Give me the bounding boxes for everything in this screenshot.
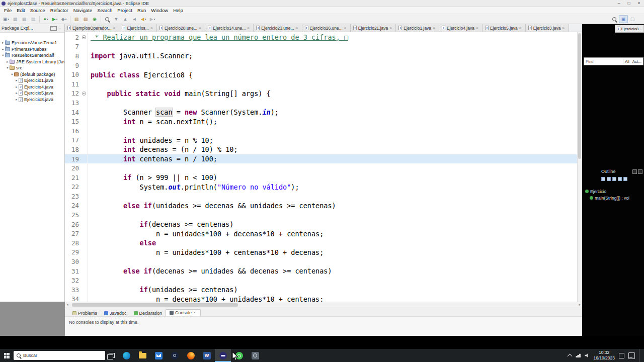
scroll-right-arrow-icon[interactable]: ▸ bbox=[579, 303, 581, 307]
code-line[interactable]: 20 bbox=[65, 163, 577, 173]
code-line[interactable]: 16 bbox=[65, 126, 577, 136]
toolbar-java-perspective-icon[interactable]: ▣ bbox=[619, 15, 628, 23]
chevron-down-icon[interactable]: ▾ bbox=[6, 66, 10, 70]
menu-project[interactable]: Project bbox=[115, 8, 135, 13]
tab-close-icon[interactable] bbox=[150, 26, 154, 30]
tree-item-ejercicio8-java[interactable]: ▸Ejercicio8.java bbox=[0, 97, 64, 103]
outline-minimize-icon[interactable] bbox=[632, 169, 637, 174]
code-line[interactable]: 13 bbox=[65, 98, 577, 108]
code-line[interactable]: 8import java.util.Scanner; bbox=[65, 51, 577, 61]
code-line[interactable]: 17 int unidades = n % 10; bbox=[65, 136, 577, 145]
code-line[interactable]: 9 bbox=[65, 61, 577, 70]
tree-item-ejerciciosvariostema1[interactable]: ▸EjerciciosVariosTema1 bbox=[0, 40, 64, 46]
toolbar-save-icon[interactable]: ▦ bbox=[11, 15, 20, 23]
toolbar-quick-access-search-icon[interactable] bbox=[610, 15, 619, 23]
toolbar-new-icon[interactable]: ▣▾ bbox=[2, 15, 11, 23]
taskbar-edge-button[interactable] bbox=[118, 349, 134, 362]
chevron-down-icon[interactable]: ▾ bbox=[1, 53, 5, 57]
maximize-button[interactable]: □ bbox=[624, 0, 634, 7]
network-icon[interactable] bbox=[576, 353, 581, 357]
active-editor-tab[interactable]: Ejercicio8... bbox=[615, 25, 644, 33]
task-view-button[interactable] bbox=[105, 349, 118, 362]
collapse-all-icon[interactable] bbox=[50, 26, 57, 31]
panel-tab-problems[interactable]: Problems bbox=[69, 310, 101, 316]
chevron-right-icon[interactable]: ▸ bbox=[15, 85, 19, 89]
code-line[interactable]: 24 else if(unidades >= decenas && unidad… bbox=[65, 201, 577, 211]
editor-horizontal-scrollbar[interactable]: ◂ ▸ bbox=[65, 302, 582, 308]
taskbar-mail-button[interactable] bbox=[150, 349, 167, 362]
code-line[interactable]: 11 bbox=[65, 79, 577, 89]
outline-hide-static-icon[interactable] bbox=[612, 177, 616, 181]
menu-run[interactable]: Run bbox=[135, 8, 148, 13]
find-all-button[interactable]: All bbox=[623, 59, 631, 64]
toolbar-run-icon[interactable]: ▶▾ bbox=[50, 15, 59, 23]
code-line[interactable]: 2 * Realizar un programa que lea un núme… bbox=[65, 33, 577, 42]
toolbar-back-icon[interactable]: ◀▾ bbox=[139, 15, 148, 23]
taskbar-word-button[interactable]: W bbox=[199, 349, 215, 362]
editor-tab-ejemplosoperador[interactable]: EjemplosOperador... bbox=[65, 24, 119, 32]
outline-item-main-string-voi[interactable]: main(String[]) : voi bbox=[584, 195, 644, 201]
code-line[interactable]: 31 else if(decenas >= unidades && decena… bbox=[65, 266, 577, 276]
toolbar-external-tools-icon[interactable]: ◆▾ bbox=[59, 15, 68, 23]
menu-refactor[interactable]: Refactor bbox=[48, 8, 71, 13]
code-line[interactable]: 14 Scanner scan = new Scanner(System.in)… bbox=[65, 108, 577, 117]
chevron-right-icon[interactable]: ▸ bbox=[1, 41, 5, 45]
close-button[interactable]: × bbox=[634, 0, 644, 7]
toolbar-last-edit-location-icon[interactable]: ◄ bbox=[130, 15, 139, 23]
tree-item-ejercicio1-java[interactable]: ▸Ejercicio1.java bbox=[0, 77, 64, 84]
code-line[interactable]: 23 bbox=[65, 192, 577, 201]
horizontal-scrollbar-thumb[interactable] bbox=[72, 303, 238, 307]
chevron-right-icon[interactable]: ▸ bbox=[15, 98, 19, 102]
editor-tab-ejercicio20-une[interactable]: Ejercicio20.une... bbox=[157, 24, 205, 32]
taskbar-eclipse-button[interactable] bbox=[215, 349, 231, 362]
menu-window[interactable]: Window bbox=[148, 8, 171, 13]
code-line[interactable]: 28 else bbox=[65, 238, 577, 248]
menu-edit[interactable]: Edit bbox=[14, 8, 27, 13]
tab-close-icon[interactable] bbox=[562, 26, 566, 30]
fold-marker-icon[interactable] bbox=[80, 33, 88, 42]
toolbar-print-icon[interactable]: ▤ bbox=[29, 15, 38, 23]
panel-tab-console[interactable]: Console bbox=[166, 309, 201, 316]
show-desktop-strip[interactable] bbox=[639, 349, 641, 362]
editor-tab-ejercicio5-java[interactable]: Ejercicio5.java bbox=[482, 24, 526, 32]
code-line[interactable]: 33 if(unidades >= centenas) bbox=[65, 285, 577, 295]
editor-tab-ejercicio4-java[interactable]: Ejercicio4.java bbox=[439, 24, 482, 32]
panel-tab-declaration[interactable]: Declaration bbox=[130, 310, 166, 316]
editor-tab-ejercicio14-une[interactable]: Ejercicio14.une... bbox=[205, 24, 254, 32]
menu-navigate[interactable]: Navigate bbox=[71, 8, 95, 13]
tree-item-resueltossentencialf[interactable]: ▾ResueltosSentencialf bbox=[0, 52, 64, 59]
chevron-right-icon[interactable]: ▸ bbox=[15, 91, 19, 95]
outline-hide-fields-icon[interactable] bbox=[607, 177, 611, 181]
chevron-right-icon[interactable]: ▸ bbox=[6, 60, 10, 64]
minimize-button[interactable]: – bbox=[614, 0, 624, 7]
code-line[interactable]: 34 n = decenas*100 + unidades*10 + cente… bbox=[65, 295, 577, 302]
outline-hide-nonpublic-icon[interactable] bbox=[618, 177, 622, 181]
code-line[interactable]: 27 n = unidades*100 + decenas*10 + cente… bbox=[65, 229, 577, 238]
code-line[interactable]: 15 int n = scan.nextInt(); bbox=[65, 117, 577, 126]
code-line[interactable]: 7 bbox=[65, 42, 577, 52]
toolbar-forward-icon[interactable]: ▶▾ bbox=[148, 15, 157, 23]
code-line[interactable]: 26 if(decenas >= centenas) bbox=[65, 220, 577, 229]
tray-misc-icon[interactable] bbox=[619, 353, 624, 358]
tab-close-icon[interactable] bbox=[193, 311, 197, 315]
code-line[interactable]: 25 bbox=[65, 210, 577, 220]
tab-close-icon[interactable] bbox=[199, 26, 202, 30]
editor-vertical-scrollbar[interactable] bbox=[577, 32, 582, 302]
tree-item-ejercicio4-java[interactable]: ▸Ejercicio4.java bbox=[0, 84, 64, 90]
tab-close-icon[interactable] bbox=[247, 26, 251, 30]
notification-center-icon[interactable] bbox=[628, 352, 635, 359]
code-line[interactable]: 21 if (n > 999 || n < 100) bbox=[65, 173, 577, 183]
tab-close-icon[interactable] bbox=[476, 26, 479, 30]
toolbar-save-all-icon[interactable]: ▩ bbox=[20, 15, 29, 23]
taskbar-clock[interactable]: 10:32 16/10/2023 bbox=[593, 350, 615, 361]
tray-expand-icon[interactable] bbox=[568, 354, 573, 359]
tree-item-jre-system-library-javas[interactable]: ▸JRE System Library [JavaS... bbox=[0, 59, 64, 65]
code-line[interactable]: 10public class Ejercicio8 { bbox=[65, 70, 577, 79]
toolbar-new-class-icon[interactable]: ◉ bbox=[90, 15, 99, 23]
tab-close-icon[interactable] bbox=[344, 26, 348, 30]
code-line[interactable]: 32 bbox=[65, 276, 577, 285]
toolbar-new-package-icon[interactable]: ▧ bbox=[81, 15, 90, 23]
editor-tab-ejercicio3-java[interactable]: Ejercicio3.java bbox=[526, 24, 569, 32]
tree-item-ejercicio5-java[interactable]: ▸Ejercicio5.java bbox=[0, 90, 64, 97]
tree-item-default-package[interactable]: ▾(default package) bbox=[0, 71, 64, 78]
